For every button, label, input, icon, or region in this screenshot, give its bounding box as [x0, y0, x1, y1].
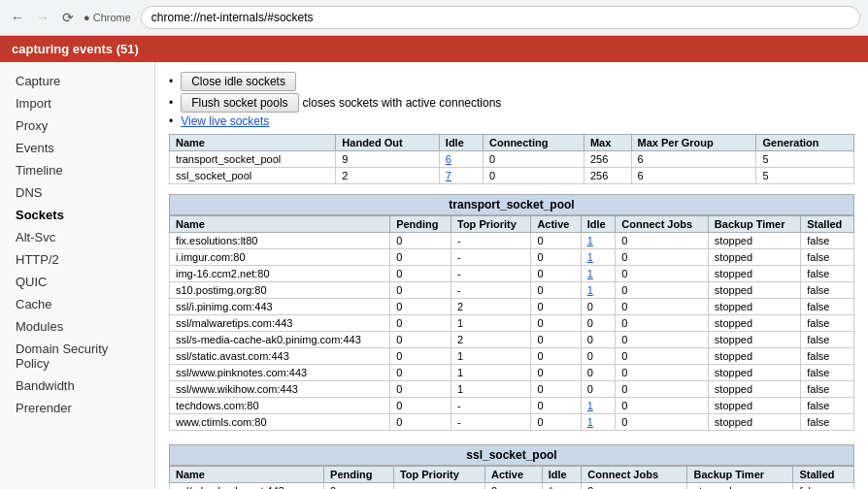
address-bar[interactable]	[141, 6, 860, 29]
sidebar-item-cache[interactable]: Cache	[0, 293, 154, 315]
table-cell: false	[801, 381, 854, 398]
table-cell: 0	[531, 282, 581, 299]
summary-cell: 9	[336, 151, 439, 168]
idle-link[interactable]: 1	[587, 400, 593, 411]
summary-cell: 256	[584, 168, 631, 184]
transport-title: transport_socket_pool	[169, 194, 854, 215]
table-cell: ssl/i.pinimg.com:443	[170, 299, 390, 315]
sidebar-item-domain-security[interactable]: Domain Security Policy	[0, 338, 154, 375]
idle-link[interactable]: 1	[587, 416, 593, 428]
table-cell: ssl/www.pinknotes.com:443	[170, 365, 390, 381]
browser-toolbar: ← → ⟳ ● Chrome	[0, 0, 868, 35]
table-cell: ssl/static.avast.com:443	[170, 348, 390, 365]
summary-section: Name Handed Out Idle Connecting Max Max …	[169, 134, 854, 184]
forward-button[interactable]: →	[33, 8, 52, 27]
t-col-connect-jobs: Connect Jobs	[616, 216, 709, 233]
sidebar-item-bandwidth[interactable]: Bandwidth	[0, 375, 154, 397]
table-cell: 1	[542, 483, 582, 490]
summary-cell: 6	[631, 151, 756, 168]
table-row: ssl/malwaretips.com:44301000stoppedfalse	[170, 315, 854, 332]
table-cell: 0	[581, 348, 616, 365]
view-live-button[interactable]: View live sockets	[181, 114, 269, 128]
sidebar-item-sockets[interactable]: Sockets	[0, 204, 154, 226]
sidebar: Capture Import Proxy Events Timeline DNS…	[0, 62, 155, 489]
table-cell: 0	[390, 381, 451, 398]
banner-text: capturing events (51)	[12, 42, 139, 56]
table-cell: stopped	[708, 233, 800, 249]
table-cell: -	[451, 249, 530, 266]
content-area: • Close idle sockets • Flush socket pool…	[155, 62, 868, 489]
reload-button[interactable]: ⟳	[58, 8, 78, 27]
idle-link[interactable]: 1	[587, 284, 593, 296]
summary-link[interactable]: 7	[446, 170, 451, 181]
table-cell: 0	[581, 315, 616, 332]
back-button[interactable]: ←	[8, 8, 27, 27]
bullet2: •	[169, 96, 173, 110]
table-cell: 0	[485, 483, 543, 490]
table-cell: -	[451, 282, 530, 299]
summary-header-row: Name Handed Out Idle Connecting Max Max …	[170, 135, 854, 151]
table-cell: false	[801, 348, 854, 365]
table-cell: ssl/cdn.ghacks.net:443	[170, 483, 324, 490]
sidebar-item-prerender[interactable]: Prerender	[0, 397, 154, 419]
table-cell: 0	[390, 332, 451, 348]
s-col-name: Name	[170, 467, 324, 483]
idle-link[interactable]: 1	[587, 268, 593, 279]
flush-desc: closes sockets with active connections	[303, 96, 502, 110]
table-cell: 0	[390, 414, 451, 431]
table-cell: -	[451, 398, 530, 414]
table-cell: 0	[616, 249, 709, 266]
table-cell: -	[451, 414, 530, 431]
sidebar-item-dns[interactable]: DNS	[0, 181, 154, 204]
table-cell: stopped	[708, 315, 800, 332]
table-cell: s10.postimg.org:80	[170, 282, 390, 299]
table-cell: 0	[616, 332, 709, 348]
sidebar-item-http2[interactable]: HTTP/2	[0, 248, 154, 271]
sidebar-item-alt-svc[interactable]: Alt-Svc	[0, 226, 154, 248]
summary-cell: transport_socket_pool	[170, 151, 336, 168]
table-cell: 1	[451, 381, 530, 398]
idle-link[interactable]: 1	[587, 251, 593, 263]
action-buttons: • Close idle sockets • Flush socket pool…	[169, 72, 854, 128]
chrome-logo-text: ● Chrome	[83, 12, 131, 23]
table-cell: false	[801, 266, 854, 282]
sidebar-item-modules[interactable]: Modules	[0, 315, 154, 338]
table-cell: 0	[390, 233, 451, 249]
idle-link[interactable]: 1	[549, 485, 554, 489]
t-col-priority: Top Priority	[451, 216, 530, 233]
summary-link[interactable]: 6	[446, 153, 451, 165]
summary-body: transport_socket_pool96025665ssl_socket_…	[170, 151, 854, 184]
sidebar-item-proxy[interactable]: Proxy	[0, 114, 154, 137]
table-row: techdows.com:800-010stoppedfalse	[170, 398, 854, 414]
sidebar-item-events[interactable]: Events	[0, 137, 154, 159]
table-cell: 0	[581, 381, 616, 398]
flush-pool-button[interactable]: Flush socket pools	[181, 93, 298, 113]
sidebar-item-timeline[interactable]: Timeline	[0, 159, 154, 181]
sidebar-item-capture[interactable]: Capture	[0, 70, 154, 92]
table-cell: 0	[390, 282, 451, 299]
table-cell: stopped	[708, 348, 800, 365]
event-banner: capturing events (51)	[0, 36, 868, 62]
table-cell: 0	[390, 398, 451, 414]
col-handed-out: Handed Out	[336, 135, 439, 151]
table-cell: 0	[531, 266, 581, 282]
idle-link[interactable]: 1	[587, 235, 593, 246]
s-col-priority: Top Priority	[393, 467, 484, 483]
sidebar-item-quic[interactable]: QUIC	[0, 271, 154, 293]
table-row: fix.esolutions:lt800-010stoppedfalse	[170, 233, 854, 249]
table-cell: stopped	[708, 282, 800, 299]
summary-cell: 0	[484, 151, 584, 168]
sidebar-item-import[interactable]: Import	[0, 92, 154, 114]
table-row: ssl/cdn.ghacks.net:4430-010stoppedfalse	[170, 483, 854, 490]
col-name: Name	[170, 135, 336, 151]
table-cell: 0	[531, 233, 581, 249]
table-row: ssl/s-media-cache-ak0.pinimg.com:4430200…	[170, 332, 854, 348]
s-col-pending: Pending	[324, 467, 394, 483]
table-cell: 0	[616, 381, 709, 398]
t-col-pending: Pending	[390, 216, 451, 233]
summary-cell: 6	[631, 168, 756, 184]
s-col-active: Active	[485, 467, 543, 483]
table-cell: 0	[390, 299, 451, 315]
table-cell: 1	[581, 282, 616, 299]
close-idle-button[interactable]: Close idle sockets	[181, 72, 296, 91]
